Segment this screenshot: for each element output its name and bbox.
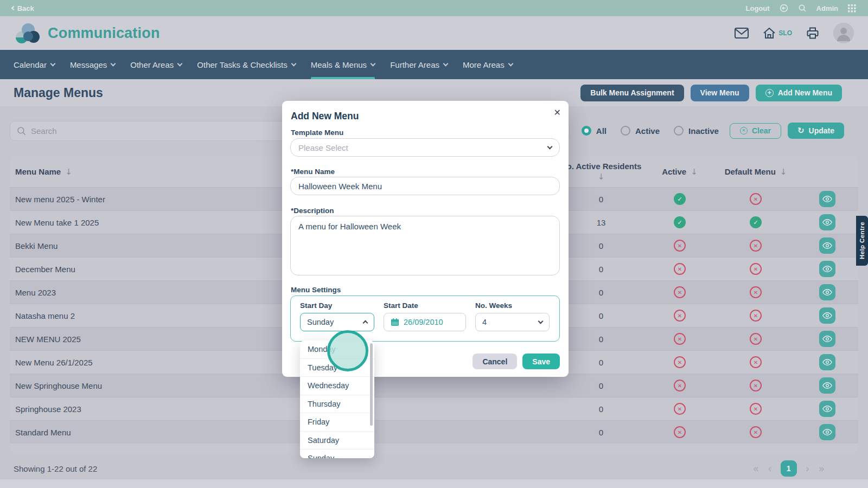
start-date-input[interactable]: 26/09/2010: [384, 313, 466, 331]
menu-settings-label: Menu Settings: [291, 286, 341, 294]
menu-name-label: *Menu Name: [291, 168, 335, 176]
chevron-up-icon: [363, 320, 368, 326]
no-weeks-select[interactable]: 4: [475, 313, 550, 331]
save-button[interactable]: Save: [522, 354, 560, 369]
dropdown-option[interactable]: Thursday: [300, 395, 374, 414]
dropdown-option[interactable]: Sunday: [300, 450, 374, 458]
start-day-dropdown: Monday Tuesday Wednesday Thursday Friday…: [300, 341, 374, 458]
cancel-button[interactable]: Cancel: [473, 354, 517, 369]
close-icon[interactable]: ✕: [554, 107, 561, 118]
menu-name-field-wrap: [290, 177, 560, 195]
dropdown-option[interactable]: Friday: [300, 413, 374, 432]
chevron-down-icon: [547, 144, 553, 150]
chevron-down-icon: [538, 319, 544, 324]
start-date-label: Start Date: [384, 301, 466, 310]
dropdown-option[interactable]: Tuesday: [300, 359, 374, 377]
dropdown-option[interactable]: Monday: [300, 341, 374, 359]
description-label: *Description: [291, 207, 334, 215]
menu-settings-box: Start Day Sunday Start Date 26/09/2010 N…: [290, 296, 560, 342]
menu-name-input[interactable]: [298, 182, 552, 191]
description-textarea[interactable]: A menu for Halloween Week: [290, 216, 560, 275]
dropdown-scrollbar[interactable]: [370, 343, 373, 426]
template-menu-label: Template Menu: [291, 129, 343, 137]
start-day-label: Start Day: [300, 301, 374, 310]
no-weeks-label: No. Weeks: [475, 301, 550, 310]
dropdown-option[interactable]: Saturday: [300, 432, 374, 450]
dropdown-option[interactable]: Wednesday: [300, 377, 374, 395]
start-day-select[interactable]: Sunday: [300, 313, 374, 331]
add-new-menu-modal: Add New Menu ✕ Template Menu Please Sele…: [282, 101, 569, 377]
template-menu-select[interactable]: Please Select: [290, 138, 560, 157]
modal-title: Add New Menu: [291, 111, 359, 122]
calendar-icon: [391, 318, 399, 326]
